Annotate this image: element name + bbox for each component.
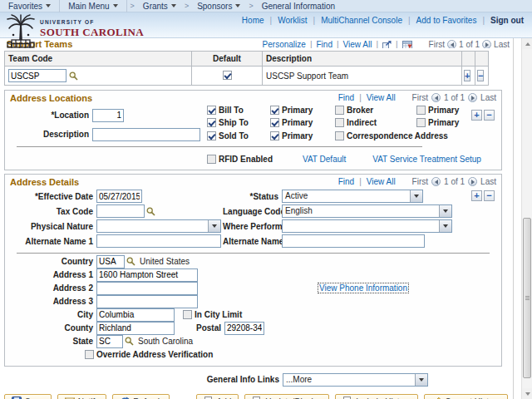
notify-button[interactable]: Notify bbox=[57, 394, 107, 399]
address-2-input[interactable] bbox=[96, 282, 198, 295]
save-button[interactable]: Save bbox=[4, 394, 52, 399]
link-worklist[interactable]: Worklist bbox=[278, 16, 307, 25]
language-code-select[interactable]: English bbox=[282, 204, 452, 218]
effective-date-input[interactable] bbox=[96, 190, 142, 203]
indirect-checkbox[interactable] bbox=[335, 118, 344, 127]
prev-page-icon[interactable] bbox=[447, 40, 456, 48]
vat-default-link[interactable]: VAT Default bbox=[303, 155, 346, 164]
include-history-button[interactable]: Include History bbox=[335, 394, 418, 399]
sold-primary-checkbox[interactable] bbox=[270, 131, 279, 140]
alternate-name-2-input[interactable] bbox=[282, 234, 425, 248]
ship-primary-checkbox[interactable] bbox=[270, 118, 279, 127]
address-details-title: Address Details bbox=[10, 177, 79, 187]
logo-line2: SOUTH CAROLINA bbox=[40, 27, 144, 37]
nav-first-label[interactable]: First bbox=[412, 177, 428, 186]
scrollbar-thumb[interactable] bbox=[523, 218, 531, 378]
link-multichannel-console[interactable]: MultiChannel Console bbox=[321, 16, 402, 25]
breadcrumb-sponsors[interactable]: Sponsors bbox=[192, 2, 245, 11]
nav-last-label[interactable]: Last bbox=[480, 93, 496, 102]
link-home[interactable]: Home bbox=[242, 16, 264, 25]
add-row-button[interactable]: + bbox=[471, 110, 482, 121]
nav-first-label[interactable]: First bbox=[412, 93, 428, 102]
override-address-verification-checkbox[interactable] bbox=[85, 350, 94, 359]
nav-last-label[interactable]: Last bbox=[480, 177, 496, 186]
vat-service-treatment-setup-link[interactable]: VAT Service Treatment Setup bbox=[372, 155, 481, 164]
dropdown-arrow-icon bbox=[208, 220, 220, 232]
bill-to-checkbox[interactable] bbox=[207, 106, 216, 115]
address-2-label: Address 2 bbox=[5, 283, 96, 293]
view-all-link[interactable]: View All bbox=[367, 177, 396, 186]
location-input[interactable] bbox=[92, 109, 124, 122]
correct-history-button[interactable]: Correct History bbox=[424, 394, 508, 399]
scroll-up-icon[interactable] bbox=[522, 38, 532, 49]
city-input[interactable] bbox=[96, 308, 175, 322]
nav-last-label[interactable]: Last bbox=[494, 40, 510, 48]
prev-page-icon[interactable] bbox=[431, 93, 441, 102]
add-row-button[interactable]: + bbox=[464, 70, 470, 81]
broker-checkbox[interactable] bbox=[335, 106, 344, 115]
next-page-icon[interactable] bbox=[468, 93, 477, 102]
nav-first-label[interactable]: First bbox=[429, 40, 445, 48]
prev-page-icon[interactable] bbox=[431, 177, 441, 186]
correspondence-address-checkbox[interactable] bbox=[335, 131, 344, 140]
find-link[interactable]: Find bbox=[338, 93, 354, 102]
indirect-primary-checkbox[interactable] bbox=[416, 118, 426, 127]
download-grid-icon[interactable] bbox=[402, 41, 412, 49]
view-all-link[interactable]: View All bbox=[343, 40, 372, 48]
add-button[interactable]: Add bbox=[196, 394, 239, 399]
in-city-limit-checkbox[interactable] bbox=[183, 310, 192, 319]
link-separator: | bbox=[408, 16, 411, 25]
column-header-team-code: Team Code bbox=[5, 52, 192, 66]
bill-primary-checkbox[interactable] bbox=[270, 106, 279, 115]
delete-row-button[interactable]: − bbox=[477, 70, 484, 81]
rfid-enabled-checkbox[interactable] bbox=[207, 155, 216, 164]
delete-row-button[interactable]: − bbox=[484, 110, 495, 121]
address-3-input[interactable] bbox=[96, 295, 198, 308]
add-row-button[interactable]: + bbox=[471, 190, 482, 201]
county-input[interactable] bbox=[96, 322, 175, 335]
country-lookup-icon[interactable] bbox=[126, 257, 135, 266]
team-code-lookup-icon[interactable] bbox=[69, 71, 78, 81]
broker-label: Broker bbox=[347, 106, 373, 115]
breadcrumb-favorites[interactable]: Favorites bbox=[0, 0, 60, 12]
default-checkbox[interactable] bbox=[223, 71, 232, 80]
location-description-input[interactable] bbox=[92, 128, 200, 141]
address-1-input[interactable] bbox=[96, 268, 198, 282]
breadcrumb-grants[interactable]: Grants bbox=[138, 2, 181, 11]
country-input[interactable] bbox=[96, 255, 125, 268]
sold-to-checkbox[interactable] bbox=[207, 131, 216, 140]
postal-input[interactable] bbox=[224, 322, 264, 335]
vertical-scrollbar[interactable] bbox=[521, 38, 532, 399]
find-link[interactable]: Find bbox=[338, 177, 354, 186]
ship-to-checkbox[interactable] bbox=[207, 118, 216, 127]
state-lookup-icon[interactable] bbox=[125, 337, 134, 346]
view-phone-information-link[interactable]: View Phone Information bbox=[318, 283, 408, 293]
zoom-grid-icon[interactable] bbox=[382, 41, 392, 49]
scroll-down-icon[interactable] bbox=[522, 388, 532, 399]
general-info-links-select[interactable]: ...More bbox=[283, 373, 428, 387]
status-select[interactable]: Active bbox=[282, 190, 423, 203]
find-link[interactable]: Find bbox=[316, 40, 332, 48]
team-code-input[interactable] bbox=[8, 69, 66, 82]
state-input[interactable] bbox=[96, 335, 123, 348]
next-page-icon[interactable] bbox=[482, 40, 491, 48]
link-add-to-favorites[interactable]: Add to Favorites bbox=[416, 16, 477, 25]
physical-nature-select[interactable] bbox=[96, 219, 221, 233]
toolbar-separator: | bbox=[357, 177, 363, 186]
country-display: United States bbox=[140, 257, 190, 266]
breadcrumb-sponsors-label: Sponsors bbox=[197, 2, 232, 11]
tax-code-input[interactable] bbox=[96, 204, 145, 218]
view-all-link[interactable]: View All bbox=[367, 93, 396, 102]
alternate-name-1-input[interactable] bbox=[96, 234, 221, 248]
bill-to-label: Bill To bbox=[219, 106, 244, 115]
tax-code-lookup-icon[interactable] bbox=[146, 207, 155, 216]
breadcrumb-main-menu[interactable]: Main Menu bbox=[60, 0, 126, 12]
broker-primary-checkbox[interactable] bbox=[416, 106, 426, 115]
where-performed-select[interactable] bbox=[282, 219, 452, 233]
personalize-link[interactable]: Personalize bbox=[263, 40, 306, 48]
refresh-button[interactable]: Refresh bbox=[112, 394, 170, 399]
update-display-button[interactable]: Update/Display bbox=[244, 394, 329, 399]
delete-row-button[interactable]: − bbox=[484, 190, 495, 201]
next-page-icon[interactable] bbox=[468, 177, 477, 186]
link-sign-out[interactable]: Sign out bbox=[490, 16, 524, 25]
